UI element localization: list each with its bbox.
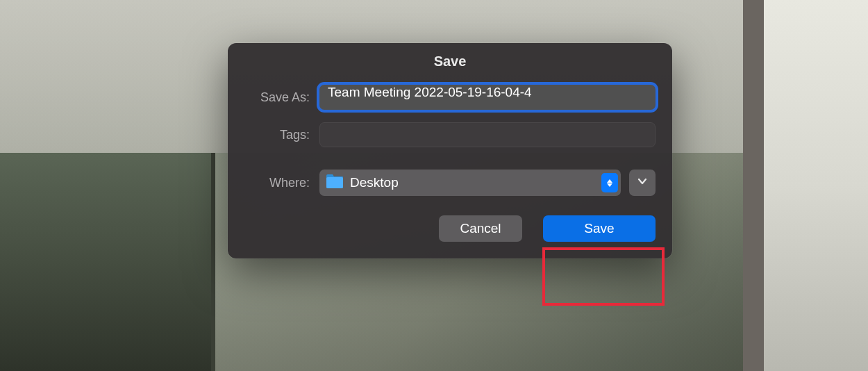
tags-label: Tags:: [244, 128, 319, 142]
cancel-button[interactable]: Cancel: [439, 215, 522, 242]
where-select[interactable]: Desktop: [319, 170, 621, 196]
save-as-input[interactable]: Team Meeting 2022-05-19-16-04-4: [319, 85, 656, 110]
button-row: Cancel Save: [228, 215, 672, 242]
select-stepper-icon: [601, 173, 618, 192]
dialog-title: Save: [228, 43, 672, 85]
expand-button[interactable]: [629, 170, 656, 196]
where-label: Where:: [244, 176, 319, 190]
tags-input[interactable]: [319, 122, 656, 147]
folder-icon: [326, 174, 350, 191]
where-row: Where: Desktop: [228, 170, 672, 196]
save-button[interactable]: Save: [543, 215, 656, 242]
save-as-label: Save As:: [244, 90, 319, 105]
svg-rect-1: [326, 177, 343, 188]
where-value: Desktop: [350, 175, 601, 190]
background-window-right: [743, 0, 868, 371]
chevron-down-icon: [637, 176, 647, 189]
tags-row: Tags:: [228, 122, 672, 147]
save-dialog: Save Save As: Team Meeting 2022-05-19-16…: [228, 43, 672, 258]
background-window-left: [0, 153, 215, 371]
save-as-row: Save As: Team Meeting 2022-05-19-16-04-4: [228, 85, 672, 110]
